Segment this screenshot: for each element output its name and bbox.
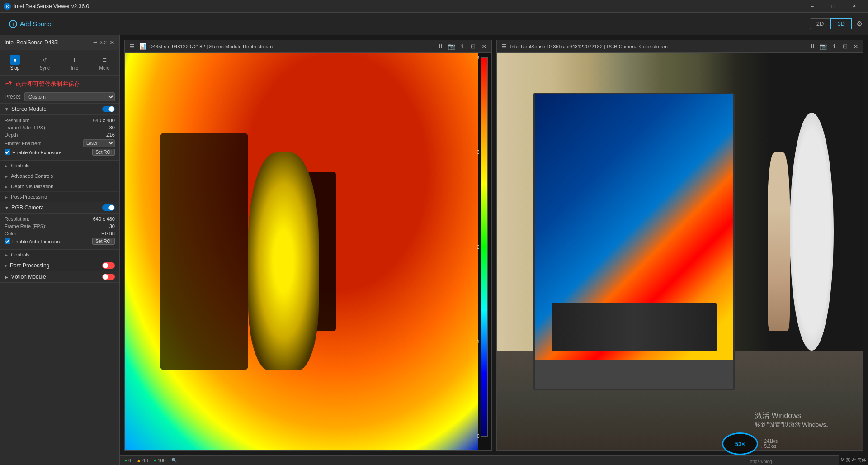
depth-viz-expand-icon: ▶ xyxy=(5,185,8,189)
stereo-module-header[interactable]: ▼ Stereo Module on xyxy=(0,104,119,115)
main-toolbar: + Add Source 2D 3D ⚙ xyxy=(0,13,868,35)
motion-module-header[interactable]: ▶ Motion Module off xyxy=(0,271,119,283)
maximize-button[interactable]: □ xyxy=(823,0,844,13)
add-source-label: Add Source xyxy=(20,20,53,28)
depth-row: Depth Z16 xyxy=(5,132,115,138)
network-speed-display: 53× xyxy=(722,432,758,455)
status-search-item[interactable]: 🔍 xyxy=(171,458,177,463)
depth-stream-header: ☰ 📊 D435I s.n:948122072182 | Stereo Modu… xyxy=(125,40,491,53)
close-button[interactable]: ✕ xyxy=(844,0,864,13)
depth-stream-title: D435I s.n:948122072182 | Stereo Module D… xyxy=(149,44,434,49)
advanced-controls-section[interactable]: ▶ Advanced Controls xyxy=(0,171,119,181)
advanced-controls-expand-icon: ▶ xyxy=(5,174,8,179)
controls-section[interactable]: ▶ Controls xyxy=(0,161,119,171)
rgb-snapshot-icon[interactable]: 📷 xyxy=(819,42,828,51)
settings-icon[interactable]: ⚙ xyxy=(856,19,863,28)
depth-expand-icon[interactable]: ⊡ xyxy=(469,42,478,51)
rgb-camera-content: Resolution: 640 x 480 Frame Rate (FPS): … xyxy=(0,214,119,250)
motion-module-toggle[interactable]: off xyxy=(102,274,115,280)
depth-stream-chart-icon[interactable]: 📊 xyxy=(138,42,147,51)
rgb-close-icon[interactable]: ✕ xyxy=(851,42,860,51)
advanced-controls-label: Advanced Controls xyxy=(11,173,53,179)
more-tool[interactable]: ☰ More xyxy=(90,53,119,72)
depth-viz-section[interactable]: ▶ Depth Visualization xyxy=(0,181,119,192)
status-ok2-value: 100 xyxy=(157,458,165,463)
rgb-color-label: Color xyxy=(5,231,99,236)
rgb-color-value: RGB8 xyxy=(101,231,115,236)
view-2d-button[interactable]: 2D xyxy=(810,18,831,29)
rgb-toggle-on-label: on xyxy=(108,205,113,210)
annotation-arrow-icon: ↗ xyxy=(2,76,14,89)
colorbar-label-1: 1 xyxy=(477,339,480,344)
stereo-module-label: Stereo Module xyxy=(11,106,102,112)
rgb-stream-panel: ☰ Intel RealSense D435I s.n:948122072182… xyxy=(496,40,864,451)
view-3d-button[interactable]: 3D xyxy=(830,18,852,29)
depth-stream-content: 4 3 2 1 0 xyxy=(125,53,491,450)
info-tool[interactable]: ℹ Info xyxy=(60,53,90,72)
upload-speed: ↑ 241k/s xyxy=(761,439,778,444)
sync-tool[interactable]: ↺ Sync xyxy=(30,53,60,72)
depth-colorbar xyxy=(481,57,488,437)
post-proc-expand-icon: ▶ xyxy=(5,195,8,199)
rgb-set-roi-button[interactable]: Set ROI xyxy=(92,238,115,245)
toggle-on-label: on xyxy=(108,107,113,111)
rgb-stream-list-icon[interactable]: ☰ xyxy=(500,42,509,51)
rgb-post-proc-section[interactable]: ▶ Post-Processing off xyxy=(0,260,119,271)
status-item-ok: ● 6 xyxy=(124,458,131,463)
resolution-row: Resolution: 640 x 480 xyxy=(5,118,115,123)
rgb-stream-content xyxy=(497,53,863,450)
depth-person-silhouette xyxy=(248,152,319,371)
depth-snapshot-icon[interactable]: 📷 xyxy=(447,42,456,51)
url-hint: https://blog... xyxy=(748,458,778,465)
rgb-controls-section[interactable]: ▶ Controls xyxy=(0,250,119,260)
depth-close-icon[interactable]: ✕ xyxy=(480,42,489,51)
depth-pause-icon[interactable]: ⏸ xyxy=(436,42,445,51)
main-layout: Intel RealSense D435I ⇌ 3.2 ✕ ■ Stop ↺ S… xyxy=(0,35,868,465)
set-roi-button[interactable]: Set ROI xyxy=(92,149,115,156)
minimize-button[interactable]: − xyxy=(802,0,823,13)
rgb-camera-header[interactable]: ▼ RGB Camera on xyxy=(0,202,119,214)
speed-details: ↑ 241k/s ↓ 5.2k/s xyxy=(761,439,778,449)
fw-version: 3.2 xyxy=(100,40,107,45)
device-header: Intel RealSense D435I ⇌ 3.2 ✕ xyxy=(0,35,119,50)
status-item-ok2: ● 100 xyxy=(153,458,165,463)
motion-toggle-off-label: off xyxy=(104,275,108,279)
status-item-warn: ▲ 43 xyxy=(137,458,148,463)
rgb-auto-exposure-checkbox[interactable] xyxy=(5,238,10,244)
motion-module-label: Motion Module xyxy=(10,274,102,280)
rgb-post-proc-label: Post-Processing xyxy=(10,262,102,269)
rgb-post-proc-toggle[interactable]: off xyxy=(102,262,115,269)
stereo-module-toggle[interactable]: on xyxy=(102,106,115,112)
stop-tool[interactable]: ■ Stop xyxy=(0,53,30,72)
status-search-icon: 🔍 xyxy=(171,458,177,463)
rgb-info-icon[interactable]: ℹ xyxy=(830,42,839,51)
device-toolbar: ■ Stop ↺ Sync ℹ Info ☰ More xyxy=(0,50,119,76)
usb-icon: ⇌ xyxy=(93,40,97,46)
post-processing-section[interactable]: ▶ Post-Processing xyxy=(0,192,119,202)
streams-area: ☰ 📊 D435I s.n:948122072182 | Stereo Modu… xyxy=(120,35,868,455)
stop-icon: ■ xyxy=(10,55,20,65)
rgb-pause-icon[interactable]: ⏸ xyxy=(808,42,817,51)
depth-stream-list-icon[interactable]: ☰ xyxy=(127,42,137,51)
rgb-expand-icon[interactable]: ⊡ xyxy=(840,42,849,51)
rgb-auto-exposure-label: Enable Auto Exposure xyxy=(12,239,90,244)
content-area: ☰ 📊 D435I s.n:948122072182 | Stereo Modu… xyxy=(120,35,868,465)
resolution-label: Resolution: xyxy=(5,118,91,123)
annotation-text: 点击即可暂停录制并保存 xyxy=(15,81,80,87)
rgb-camera-toggle[interactable]: on xyxy=(102,204,115,211)
fps-row: Frame Rate (FPS): 30 xyxy=(5,125,115,130)
fps-label: Frame Rate (FPS): xyxy=(5,125,108,130)
ime-indicator: M 英 xyxy=(841,457,850,463)
colorbar-label-4: 4 xyxy=(477,55,480,60)
device-close-button[interactable]: ✕ xyxy=(109,39,115,46)
figurine-shape xyxy=(768,152,790,331)
colorbar-label-2: 2 xyxy=(477,245,480,250)
rgb-post-proc-off-label: off xyxy=(104,263,108,268)
emitter-select[interactable]: Laser Off On xyxy=(83,139,115,147)
mirror-shape xyxy=(790,113,834,351)
window-controls: − □ ✕ xyxy=(802,0,864,13)
depth-info-icon[interactable]: ℹ xyxy=(458,42,467,51)
preset-select[interactable]: Custom Default Hand HighAccuracy HighDen… xyxy=(24,92,115,101)
auto-exposure-checkbox[interactable] xyxy=(5,149,10,155)
add-source-button[interactable]: + Add Source xyxy=(5,18,57,30)
